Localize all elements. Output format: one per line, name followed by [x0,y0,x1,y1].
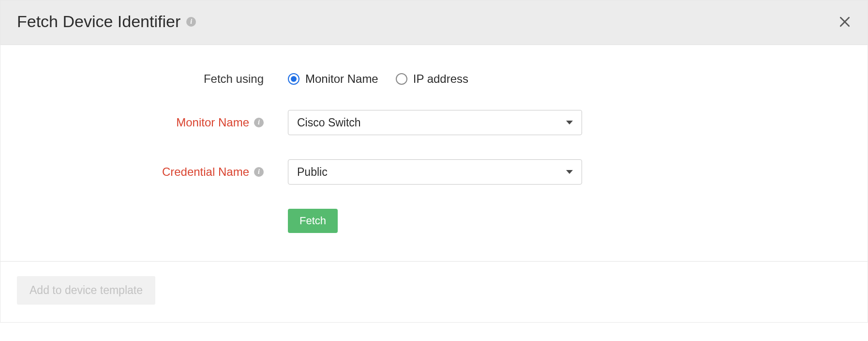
select-monitor-name-value: Cisco Switch [297,116,361,129]
info-icon[interactable]: i [254,118,264,127]
row-fetch-button: Fetch [17,209,851,233]
field-monitor-name: Cisco Switch [288,110,851,135]
row-monitor-name: Monitor Name i Cisco Switch [17,110,851,135]
dialog-title: Fetch Device Identifier i [17,12,196,31]
info-icon[interactable]: i [186,17,196,27]
label-monitor-name-text: Monitor Name [176,116,249,129]
radio-ip-address[interactable]: IP address [396,72,468,86]
radio-monitor-name-label: Monitor Name [305,72,378,86]
field-credential-name: Public [288,159,851,185]
radio-ip-address-label: IP address [413,72,468,86]
radio-ip-address-indicator [396,73,407,85]
label-monitor-name: Monitor Name i [17,116,288,129]
dialog-header: Fetch Device Identifier i [0,0,868,45]
dialog-title-text: Fetch Device Identifier [17,12,180,31]
radio-monitor-name[interactable]: Monitor Name [288,72,378,86]
label-credential-name-text: Credential Name [162,165,249,179]
fetch-button[interactable]: Fetch [288,209,338,233]
info-icon[interactable]: i [254,167,264,177]
fetch-device-identifier-dialog: Fetch Device Identifier i Fetch using Mo… [0,0,868,323]
field-fetch-button: Fetch [288,209,851,233]
radio-monitor-name-indicator [288,73,299,85]
add-to-device-template-button: Add to device template [17,276,155,305]
row-fetch-using: Fetch using Monitor Name IP address [17,72,851,86]
select-monitor-name[interactable]: Cisco Switch [288,110,582,135]
field-fetch-using: Monitor Name IP address [288,72,851,86]
chevron-down-icon [566,170,573,174]
close-icon[interactable] [838,16,851,28]
dialog-footer: Add to device template [0,261,868,322]
label-fetch-using: Fetch using [17,72,288,86]
select-credential-name[interactable]: Public [288,159,582,185]
dialog-body: Fetch using Monitor Name IP address Moni… [0,45,868,261]
chevron-down-icon [566,121,573,124]
select-credential-name-value: Public [297,166,328,179]
row-credential-name: Credential Name i Public [17,159,851,185]
label-fetch-using-text: Fetch using [204,72,264,86]
label-credential-name: Credential Name i [17,165,288,179]
